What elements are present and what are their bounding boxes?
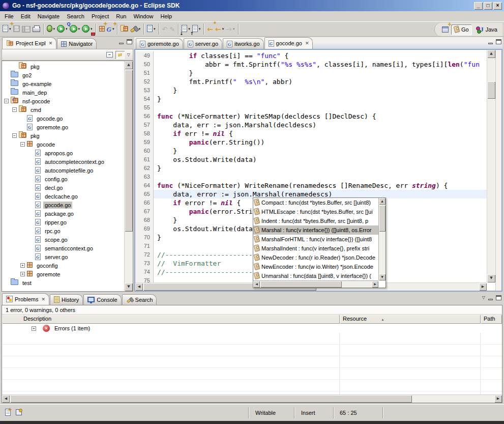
- completion-item-indent[interactable]: Indent : func(dst *bytes.Buffer, src []u…: [253, 216, 378, 225]
- popup-vertical-scrollbar[interactable]: ▲ ▼: [378, 198, 386, 280]
- scroll-up-icon[interactable]: ▲: [379, 198, 386, 205]
- print-button[interactable]: [32, 23, 41, 35]
- column-path[interactable]: Path: [481, 315, 502, 324]
- code-line-55[interactable]: 55: [135, 103, 487, 112]
- tree-item-server-go[interactable]: Gserver.go: [2, 252, 124, 261]
- tab-history[interactable]: History: [50, 294, 83, 305]
- tree-item-apropos-go[interactable]: Gapropos.go: [2, 149, 124, 157]
- expander-icon[interactable]: −: [12, 133, 17, 138]
- next-annotation-button[interactable]: ↓▾: [181, 23, 191, 35]
- popup-horizontal-scrollbar[interactable]: ◀ ▶: [253, 280, 378, 288]
- fast-view-icon[interactable]: +: [5, 409, 11, 416]
- tree-item-ripper-go[interactable]: Gripper.go: [2, 218, 124, 227]
- tree-item-pkg[interactable]: pkg: [2, 62, 124, 71]
- save-button[interactable]: [12, 23, 21, 35]
- code-line-51[interactable]: 51 }: [135, 69, 487, 77]
- completion-item-newencoder[interactable]: NewEncoder : func(w io.Writer) *json.Enc…: [253, 262, 378, 271]
- completion-item-marshalindent[interactable]: MarshalIndent : func(v interface{}, pref…: [253, 244, 378, 253]
- editor-tab-goremote-go[interactable]: Ggoremote.go: [136, 38, 183, 49]
- scrollbar-thumb[interactable]: [10, 395, 412, 403]
- scroll-down-icon[interactable]: ▼: [487, 274, 495, 282]
- open-resource-button[interactable]: [120, 23, 129, 35]
- previous-annotation-button[interactable]: ↑▾: [191, 23, 202, 35]
- tree-item-declcache-go[interactable]: Gdeclcache.go: [2, 192, 124, 201]
- menu-item-edit[interactable]: Edit: [17, 12, 34, 21]
- scrollbar-thumb[interactable]: [379, 205, 386, 232]
- editor-vertical-scrollbar[interactable]: ▲ ▼: [487, 50, 495, 282]
- view-menu-icon[interactable]: ▽: [127, 52, 130, 58]
- dropdown-arrow-icon[interactable]: ▾: [112, 27, 114, 31]
- scroll-down-icon[interactable]: ▼: [125, 283, 133, 291]
- minimize-editor-icon[interactable]: [488, 43, 493, 44]
- completion-item-marshal[interactable]: Marshal : func(v interface{}) ([]uint8, …: [253, 225, 378, 235]
- tree-item-main-dep[interactable]: main_dep: [2, 88, 124, 97]
- expander-icon[interactable]: +: [32, 326, 36, 331]
- tree-item-nsf-gocode[interactable]: −Gnsf-gocode: [2, 97, 124, 105]
- menu-item-file[interactable]: File: [1, 12, 17, 21]
- code-line-52[interactable]: 52 fmt.Printf(" %s\n", abbr): [135, 77, 487, 86]
- dropdown-arrow-icon[interactable]: ▾: [138, 27, 140, 31]
- scrollbar-thumb[interactable]: [260, 281, 342, 288]
- tab-problems[interactable]: Problems✕: [2, 293, 49, 305]
- scroll-up-icon[interactable]: ▲: [487, 50, 495, 58]
- search-button[interactable]: ▾: [129, 23, 141, 35]
- maximize-view-icon[interactable]: [496, 295, 501, 300]
- code-line-60[interactable]: 60 }: [135, 147, 487, 155]
- code-line-64[interactable]: 64func (*NiceFormatter) WriteRename(rena…: [135, 181, 487, 190]
- scroll-left-icon[interactable]: ◀: [253, 281, 260, 288]
- tree-item-gocode-go[interactable]: Ggocode.go: [2, 201, 124, 209]
- new-wizard-button[interactable]: +▾: [2, 23, 12, 35]
- code-line-63[interactable]: 63: [135, 173, 487, 181]
- maximize-view-icon[interactable]: [127, 39, 132, 44]
- editor-tab-itworks-go[interactable]: Gitworks.go: [223, 38, 264, 49]
- editor-tab-server-go[interactable]: Gserver.go: [184, 38, 222, 49]
- dropdown-arrow-icon[interactable]: ▾: [233, 27, 235, 31]
- tree-item-goconfig[interactable]: +goconfig: [2, 261, 124, 270]
- tree-item-decl-go[interactable]: Gdecl.go: [2, 183, 124, 192]
- menu-item-navigate[interactable]: Navigate: [34, 12, 63, 21]
- tree-item-config-go[interactable]: Gconfig.go: [2, 175, 124, 183]
- save-all-button[interactable]: [21, 23, 32, 35]
- link-with-editor-icon[interactable]: ⇄: [115, 51, 125, 59]
- scroll-up-icon[interactable]: ▲: [125, 61, 133, 69]
- menu-item-help[interactable]: Help: [157, 12, 176, 21]
- problems-horizontal-scrollbar[interactable]: ◀ ▶: [2, 394, 502, 403]
- external-tools-button[interactable]: ▾: [81, 23, 94, 35]
- dropdown-arrow-icon[interactable]: ▾: [154, 27, 156, 31]
- code-line-56[interactable]: 56func (*NiceFormatter) WriteSMap(declde…: [135, 112, 487, 121]
- dropdown-arrow-icon[interactable]: ▾: [66, 27, 68, 31]
- code-line-59[interactable]: 59 panic(err.String()): [135, 138, 487, 147]
- scroll-left-icon[interactable]: ◀: [2, 395, 10, 403]
- scroll-down-icon[interactable]: ▼: [379, 274, 386, 280]
- tree-item-semanticcontext-go[interactable]: Gsemanticcontext.go: [2, 244, 124, 252]
- tree-item-autocompletecontext-go[interactable]: Gautocompletecontext.go: [2, 157, 124, 166]
- minimize-view-icon[interactable]: [119, 43, 124, 44]
- tree-item-goremote-go[interactable]: Ggoremote.go: [2, 123, 124, 131]
- scroll-right-icon[interactable]: ▶: [372, 281, 378, 288]
- code-line-50[interactable]: 50 abbr = fmt.Sprintf("%s %s%s", classes…: [135, 60, 487, 69]
- quick-access-icon[interactable]: [16, 409, 22, 415]
- completion-item-htmlescape[interactable]: HTMLEscape : func(dst *bytes.Buffer, src…: [253, 207, 378, 216]
- completion-item-marshalforhtml[interactable]: MarshalForHTML : func(v interface{}) ([]…: [253, 235, 378, 244]
- dropdown-arrow-icon[interactable]: ▾: [199, 27, 201, 31]
- column-description[interactable]: Description: [2, 315, 340, 324]
- scrollbar-thumb[interactable]: [487, 81, 495, 99]
- minimize-button[interactable]: _: [474, 2, 483, 10]
- editor-tab-gocode-go[interactable]: Ggocode.go✕: [264, 37, 313, 49]
- menu-item-search[interactable]: Search: [63, 12, 88, 21]
- tree-item-go-example[interactable]: go-example: [2, 79, 124, 88]
- tree-item-pkg[interactable]: −pkg: [2, 131, 124, 140]
- tree-item-scope-go[interactable]: Gscope.go: [2, 235, 124, 244]
- tree-item-go2[interactable]: go2: [2, 71, 124, 79]
- back-button[interactable]: ←▾: [214, 23, 225, 35]
- code-line-57[interactable]: 57 data, err := json.Marshal(decldescs): [135, 121, 487, 129]
- maximize-editor-icon[interactable]: [496, 39, 501, 44]
- tree-scrollbar[interactable]: ▲ ▼: [124, 61, 133, 291]
- tab-navigator[interactable]: Navigator: [57, 38, 97, 49]
- open-perspective-button[interactable]: +: [441, 24, 450, 35]
- tree-item-autocompletefile-go[interactable]: Gautocompletefile.go: [2, 166, 124, 175]
- close-icon[interactable]: ✕: [41, 297, 45, 302]
- new-go-element-button[interactable]: G+▾: [106, 23, 115, 35]
- perspective-java-button[interactable]: JJava: [473, 24, 500, 35]
- forward-button[interactable]: →▾: [225, 23, 235, 35]
